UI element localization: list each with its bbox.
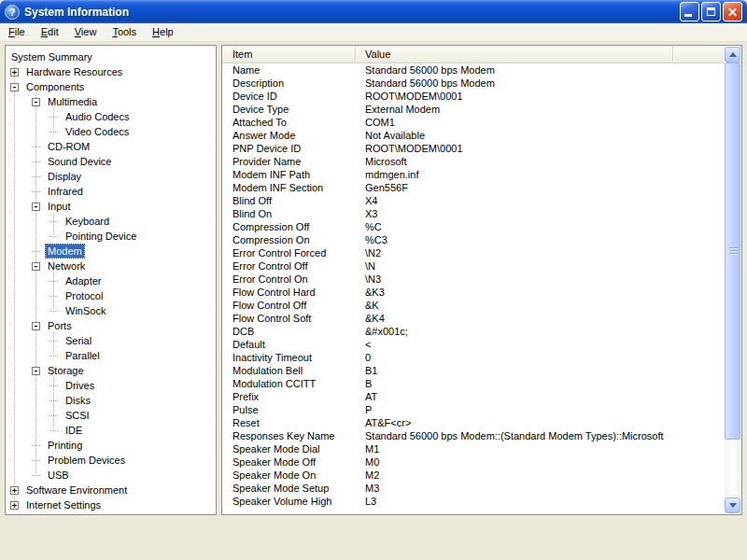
tree-item-infrared[interactable]: Infrared (6, 183, 216, 198)
tree-item-label[interactable]: IDE (63, 424, 84, 437)
tree-item-modem[interactable]: Modem (6, 243, 216, 258)
tree-item-label[interactable]: Serial (63, 334, 93, 347)
scrollbar-thumb[interactable] (725, 63, 740, 440)
collapse-icon[interactable]: - (32, 203, 40, 211)
tree-item-storage[interactable]: -Storage (6, 362, 216, 377)
collapse-icon[interactable]: - (32, 322, 40, 330)
list-row-dcb[interactable]: DCB&#x001c; (222, 325, 725, 338)
close-button[interactable] (723, 2, 742, 21)
minimize-button[interactable] (680, 2, 699, 21)
list-row-speaker-mode-on[interactable]: Speaker Mode OnM2 (222, 469, 725, 482)
list-row-reset[interactable]: ResetAT&F<cr> (222, 416, 725, 429)
list-row-pulse[interactable]: PulseP (222, 403, 725, 416)
tree-item-audio-codecs[interactable]: Audio Codecs (6, 108, 216, 123)
tree-item-label[interactable]: Sound Device (46, 155, 114, 168)
tree-item-label[interactable]: Software Environment (24, 483, 129, 497)
list-row-name[interactable]: NameStandard 56000 bps Modem (222, 63, 725, 77)
tree-item-sound-device[interactable]: Sound Device (6, 153, 216, 168)
expand-icon[interactable]: + (10, 68, 19, 77)
tree-item-internet-settings[interactable]: +Internet Settings (6, 497, 216, 511)
tree-item-multimedia[interactable]: -Multimedia (6, 93, 216, 108)
tree-item-label[interactable]: Video Codecs (63, 125, 131, 138)
tree-item-label[interactable]: Ports (46, 319, 74, 332)
tree-item-keyboard[interactable]: Keyboard (6, 213, 216, 228)
tree-item-label[interactable]: Input (46, 200, 72, 213)
title-bar[interactable]: ? System Information (0, 0, 747, 23)
tree-item-label[interactable]: Protocol (63, 289, 105, 302)
menu-view[interactable]: View (67, 23, 106, 41)
list-row-prefix[interactable]: PrefixAT (222, 390, 725, 403)
list-row-speaker-mode-setup[interactable]: Speaker Mode SetupM3 (222, 482, 725, 495)
tree-item-label[interactable]: Hardware Resources (24, 65, 124, 78)
column-header-item[interactable]: Item (222, 46, 356, 63)
tree-item-hardware-resources[interactable]: +Hardware Resources (6, 63, 216, 78)
restore-button[interactable] (701, 2, 721, 21)
list-row-provider-name[interactable]: Provider NameMicrosoft (222, 155, 725, 168)
list-row-blind-off[interactable]: Blind OffX4 (222, 194, 725, 207)
tree-item-label[interactable]: Multimedia (46, 95, 99, 108)
tree-item-serial[interactable]: Serial (6, 332, 216, 347)
tree-item-usb[interactable]: USB (6, 467, 216, 482)
collapse-icon[interactable]: - (32, 262, 40, 271)
tree-item-software-environment[interactable]: +Software Environment (6, 482, 216, 497)
tree-item-adapter[interactable]: Adapter (6, 273, 216, 287)
tree-item-label[interactable]: Storage (46, 364, 86, 377)
list-row-device-type[interactable]: Device TypeExternal Modem (222, 103, 725, 116)
tree-item-label[interactable]: SCSI (63, 409, 92, 422)
vertical-scrollbar[interactable] (725, 47, 740, 513)
tree-item-label[interactable]: Modem (46, 245, 84, 258)
list-row-modem-inf-section[interactable]: Modem INF SectionGen556F (222, 181, 725, 194)
list-row-flow-control-hard[interactable]: Flow Control Hard&K3 (222, 286, 725, 299)
tree-item-label[interactable]: Disks (63, 394, 92, 407)
list-row-responses-key-name[interactable]: Responses Key NameStandard 56000 bps Mod… (222, 429, 725, 442)
list-row-modem-inf-path[interactable]: Modem INF Pathmdmgen.inf (222, 168, 725, 181)
tree-item-drives[interactable]: Drives (6, 377, 216, 392)
tree-item-cd-rom[interactable]: CD-ROM (6, 138, 216, 153)
tree-item-components[interactable]: -Components (6, 78, 216, 93)
scroll-up-button[interactable] (725, 47, 740, 63)
tree-item-problem-devices[interactable]: Problem Devices (6, 452, 216, 467)
tree-item-label[interactable]: Keyboard (63, 215, 111, 228)
tree-item-video-codecs[interactable]: Video Codecs (6, 123, 216, 138)
tree-item-display[interactable]: Display (6, 168, 216, 183)
list-row-error-control-forced[interactable]: Error Control Forced\N2 (222, 246, 725, 259)
list-row-answer-mode[interactable]: Answer ModeNot Available (222, 129, 725, 142)
tree-item-protocol[interactable]: Protocol (6, 287, 216, 302)
tree-item-winsock[interactable]: WinSock (6, 302, 216, 317)
tree-item-network[interactable]: -Network (6, 258, 216, 273)
menu-tools[interactable]: Tools (105, 23, 145, 41)
list-row-speaker-mode-dial[interactable]: Speaker Mode DialM1 (222, 442, 725, 455)
list-row-blind-on[interactable]: Blind OnX3 (222, 207, 725, 220)
list-row-attached-to[interactable]: Attached ToCOM1 (222, 116, 725, 129)
expand-icon[interactable]: + (10, 486, 19, 495)
tree-item-label[interactable]: Infrared (46, 185, 85, 198)
tree-item-label[interactable]: Pointing Device (63, 230, 138, 243)
collapse-icon[interactable]: - (10, 83, 19, 91)
tree-item-system-summary[interactable]: System Summary (6, 49, 216, 63)
list-row-description[interactable]: DescriptionStandard 56000 bps Modem (222, 77, 725, 90)
tree-item-label[interactable]: Network (46, 259, 87, 273)
list-row-flow-control-soft[interactable]: Flow Control Soft&K4 (222, 312, 725, 325)
list-row-error-control-on[interactable]: Error Control On\N3 (222, 273, 725, 286)
list-row-pnp-device-id[interactable]: PNP Device IDROOT\MODEM\0001 (222, 142, 725, 155)
tree-item-label[interactable]: CD-ROM (46, 140, 92, 153)
tree-item-label[interactable]: Drives (63, 379, 96, 392)
tree-item-ports[interactable]: -Ports (6, 317, 216, 332)
tree-item-label[interactable]: System Summary (9, 50, 94, 63)
tree-item-scsi[interactable]: SCSI (6, 407, 216, 422)
tree-item-input[interactable]: -Input (6, 198, 216, 213)
tree-item-label[interactable]: Display (46, 170, 83, 183)
list-row-compression-on[interactable]: Compression On%C3 (222, 233, 725, 246)
tree-item-printing[interactable]: Printing (6, 437, 216, 452)
expand-icon[interactable]: + (10, 501, 19, 510)
list-row-default[interactable]: Default< (222, 338, 725, 351)
list-row-speaker-volume-high[interactable]: Speaker Volume HighL3 (222, 495, 725, 508)
tree-item-parallel[interactable]: Parallel (6, 347, 216, 362)
tree-item-label[interactable]: Printing (46, 439, 84, 452)
list-row-error-control-off[interactable]: Error Control Off\N (222, 259, 725, 273)
tree-item-label[interactable]: Adapter (63, 274, 104, 287)
collapse-icon[interactable]: - (32, 98, 40, 106)
column-header-value[interactable]: Value (356, 46, 673, 63)
tree-item-disks[interactable]: Disks (6, 392, 216, 407)
tree-item-label[interactable]: Internet Settings (24, 498, 103, 511)
